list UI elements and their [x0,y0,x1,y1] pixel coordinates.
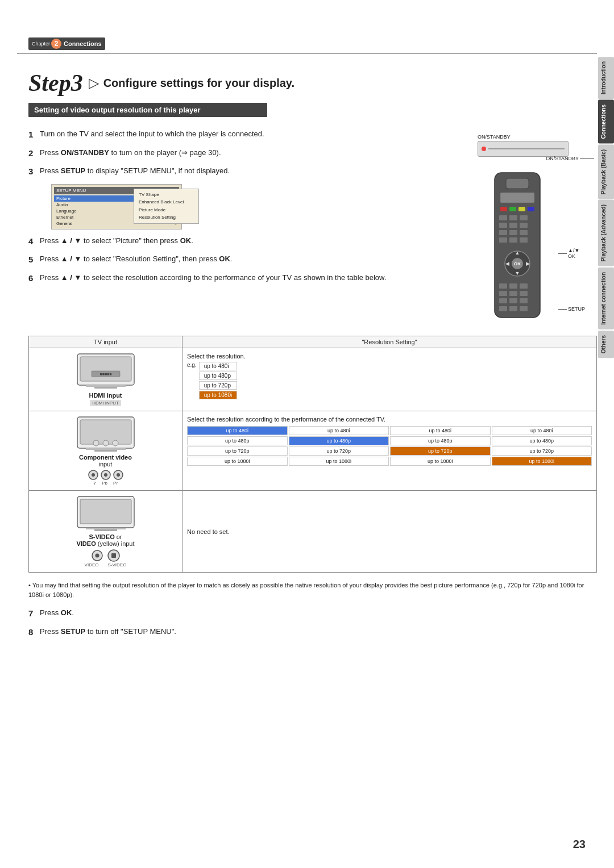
svg-rect-27 [509,283,517,289]
av-ok-text: ▲/▼OK [568,248,579,259]
pr-label: Pr [113,481,118,486]
svideo-connector [107,549,120,562]
svg-rect-5 [518,207,525,211]
row-svideo: S-VIDEO or VIDEO (yellow) input VIDEO S- [29,491,596,572]
right-image-col: ON/STANDBY ON/STANDBY [472,128,597,328]
step-4: 4 Press ▲ / ▼ to select "Picture" then p… [28,235,472,248]
step-8-text: Press SETUP to turn off "SETUP MENU". [40,626,176,637]
grid-r1c4: up to 480i [492,426,592,435]
step-6-text: Press ▲ / ▼ to select the resolution acc… [40,272,386,283]
svg-rect-14 [509,230,517,235]
pb-label: Pb [102,481,107,486]
grid-r4c1: up to 1080i [187,457,288,466]
standby-area: ON/STANDBY [478,134,597,157]
on-standby-text: ON/STANDBY [546,156,579,161]
setup-menu-popup: TV Shape Enhanced Black Level Picture Mo… [134,189,199,224]
svideo-connectors [92,549,120,562]
step-header: Step3 ▷ Configure settings for your disp… [28,71,597,95]
grid-r2c1: up to 480p [187,436,288,445]
svg-rect-30 [509,291,517,296]
resolution-table: TV input "Resolution Setting" ■■■■■ HDMI… [28,336,597,573]
step-5-text: Press ▲ / ▼ to select "Resolution Settin… [40,253,232,265]
video-svideo-labels: VIDEO S-VIDEO [85,562,127,567]
note-bullet [28,582,32,589]
setup-text: SETUP [568,306,585,312]
grid-r3c1: up to 720p [187,446,288,456]
step-6: 6 Press ▲ / ▼ to select the resolution a… [28,272,472,285]
grid-r2c3: up to 480p [390,436,491,445]
step-5-num: 5 [28,253,36,266]
setup-annotation: SETUP [558,306,585,312]
step-3: 3 Press SETUP to display "SETUP MENU", i… [28,165,472,178]
svg-rect-29 [499,291,507,296]
component-y-connector [88,470,98,480]
step-7-num: 7 [28,607,36,620]
svg-rect-26 [499,283,507,289]
svg-rect-28 [520,283,528,289]
sidebar-tab-introduction[interactable]: Introduction [598,57,614,99]
remote-area: ON/STANDBY [478,161,597,328]
row-component: Component video input [29,411,596,491]
svg-rect-60 [86,528,126,529]
component-desc: Select the resolution according to the p… [187,416,592,423]
svideo-resolution-cell: No need to set. [182,491,596,572]
svg-point-48 [93,440,99,446]
step-5: 5 Press ▲ / ▼ to select "Resolution Sett… [28,253,472,266]
step-7: 7 Press OK. [28,607,597,620]
svideo-input-cell: S-VIDEO or VIDEO (yellow) input VIDEO S- [29,491,182,572]
chapter-bar: Chapter 2 Connections [17,34,597,54]
sidebar-tab-internet[interactable]: Internet connection [598,268,614,329]
hdmi-label: HDMI input [89,392,122,399]
svg-rect-4 [509,207,516,211]
svideo-label: S-VIDEO or [89,533,122,540]
svg-rect-34 [520,298,528,303]
svg-text:▼: ▼ [515,270,520,276]
sidebar-tabs: Introduction Connections Playback (Basic… [598,57,614,358]
svg-rect-12 [520,223,528,228]
popup-option-resolution: Resolution Setting [139,214,194,222]
res-table-header: TV input "Resolution Setting" [29,336,596,348]
grid-r2c4: up to 480p [492,436,592,445]
sidebar-tab-playback-advanced[interactable]: Playback (Advanced) [598,200,614,266]
svg-rect-58 [80,499,131,524]
video-label: VIDEO [85,562,99,567]
step-2-text: Press ON/STANDBY to turn on the player (… [40,147,221,158]
svg-rect-17 [509,237,517,243]
component-tv-icon [74,416,137,453]
svideo-label-text: S-VIDEO [108,562,127,567]
component-input-cell: Component video input [29,411,182,490]
final-steps: 7 Press OK. 8 Press SETUP to turn off "S… [28,607,597,639]
component-connectors [88,470,123,480]
svg-point-49 [103,440,109,446]
svg-point-56 [117,473,120,477]
ypbpr-labels: Y Pb Pr [93,481,118,486]
chapter-number: 2 [51,39,61,49]
svg-rect-36 [509,306,517,311]
svg-rect-15 [520,230,528,235]
svg-rect-13 [499,230,507,235]
component-grid: up to 480i up to 480i up to 480i up to 4… [187,426,592,466]
svg-rect-18 [520,237,528,243]
sidebar-tab-connections[interactable]: Connections [598,100,614,144]
svg-text:OK: OK [514,261,521,266]
svg-rect-7 [499,215,507,220]
video-rca-connector [92,550,103,561]
step-8: 8 Press SETUP to turn off "SETUP MENU". [28,626,597,639]
svideo-label2: VIDEO (yellow) input [76,540,134,547]
chapter-word: Chapter [32,41,50,47]
svg-text:◀: ◀ [505,261,509,266]
standby-device [478,141,569,157]
component-pr-connector [113,470,123,480]
svg-rect-2 [500,193,534,203]
res-480p: up to 480p [199,372,238,380]
sidebar-tab-others[interactable]: Others [598,331,614,358]
svg-rect-8 [509,215,517,220]
setup-menu-area: SETUP MENU Picture▷ Audio4 Language4 Eth… [40,184,472,229]
hdmi-tv-icon: ■■■■■ [74,353,137,390]
main-content: Step3 ▷ Configure settings for your disp… [28,54,597,650]
sidebar-tab-playback-basic[interactable]: Playback (Basic) [598,145,614,199]
grid-r4c3: up to 1080i [390,457,491,466]
on-standby-annotation: ON/STANDBY [546,156,594,161]
standby-line [488,148,565,149]
hdmi-resolution-cell: Select the resolution. e.g. up to 480i u… [182,348,596,411]
